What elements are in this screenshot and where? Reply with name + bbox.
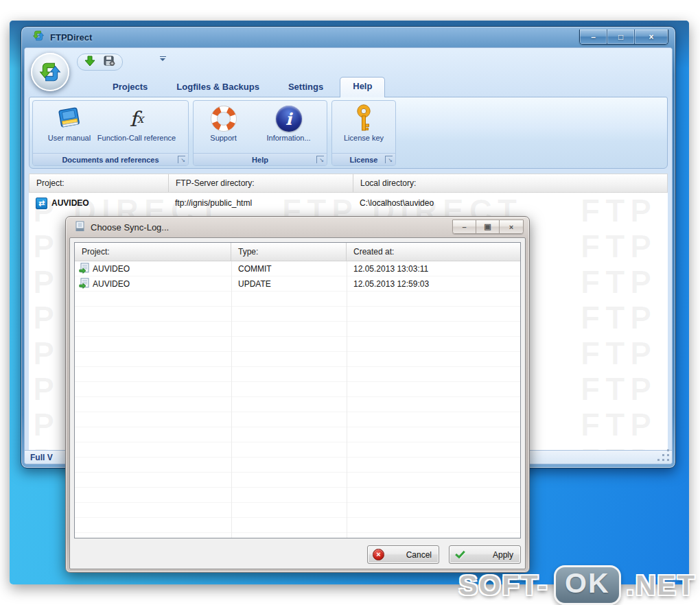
information-button[interactable]: i Information... [253, 104, 324, 143]
tab-settings[interactable]: Settings [276, 78, 336, 97]
tab-projects[interactable]: Projects [100, 78, 160, 97]
dialog-maximize-button[interactable]: ▣ [476, 220, 500, 233]
info-icon: i [276, 104, 302, 134]
sync-log-row-commit[interactable]: AUVIDEO COMMIT 12.05.2013 13:03:11 [75, 261, 520, 276]
ribbon-item-label: License key [344, 134, 384, 143]
dialog-launcher-icon[interactable]: ↘ [316, 156, 324, 163]
ribbon-item-label: Function-Call reference [97, 134, 176, 143]
log-project: AUVIDEO [93, 264, 130, 274]
key-icon [356, 104, 371, 134]
ribbon-group-help: Support i Information... Help ↘ [193, 100, 327, 166]
tab-help[interactable]: Help [340, 77, 385, 97]
project-server-dir: ftp://ignis/public_html [168, 198, 353, 208]
log-type: COMMIT [231, 264, 347, 274]
apply-label: Apply [493, 550, 513, 560]
watermark-prefix: SOFT- [458, 569, 548, 602]
maximize-icon: ▣ [484, 222, 491, 231]
group-caption-label: Help [252, 156, 268, 164]
ribbon-item-label: User manual [48, 134, 91, 143]
minimize-icon: – [462, 223, 466, 231]
dialog-minimize-button[interactable]: – [453, 220, 476, 233]
log-created-at: 12.05.2013 12:59:03 [347, 279, 520, 289]
maximize-button[interactable]: □ [607, 29, 635, 44]
dialog-launcher-icon[interactable]: ↘ [385, 156, 393, 163]
column-header-created-at[interactable]: Created at: [347, 243, 520, 261]
column-header-project[interactable]: Project: [75, 243, 231, 261]
group-caption-label: Documents and references [62, 156, 159, 164]
column-divider [231, 261, 232, 538]
column-header-type[interactable]: Type: [231, 243, 347, 261]
download-icon[interactable] [84, 56, 95, 69]
app-icon [32, 29, 45, 45]
project-name: AUVIDEO [51, 198, 89, 208]
dialog-titlebar: Choose Sync-Log... – ▣ × [69, 217, 526, 237]
sync-log-row-update[interactable]: AUVIDEO UPDATE 12.05.2013 12:59:03 [75, 276, 520, 292]
ribbon-tab-row: Projects Logfiles & Backups Settings Hel… [100, 78, 385, 97]
application-orb-button[interactable] [31, 53, 69, 91]
ribbon-group-license: License key License ↘ [331, 100, 396, 166]
project-sync-icon: ⇄ [36, 198, 47, 209]
cancel-icon: × [373, 549, 384, 560]
main-titlebar: FTPDirect – □ × [24, 27, 673, 47]
column-divider [347, 261, 347, 538]
dialog-button-bar: × Cancel Apply [74, 538, 521, 565]
minimize-icon: – [591, 32, 596, 42]
log-type: UPDATE [231, 279, 347, 289]
dropdown-bar [160, 56, 166, 57]
chevron-down-icon [160, 58, 165, 61]
project-local-dir: C:\localhost\auvideo [353, 198, 668, 208]
log-created-at: 12.05.2013 13:03:11 [347, 264, 520, 274]
license-key-button[interactable]: License key [335, 104, 393, 143]
column-header-project[interactable]: Project: [30, 174, 169, 192]
close-icon: × [649, 32, 653, 42]
tab-label: Help [353, 81, 372, 91]
book-icon [56, 104, 83, 134]
choose-sync-log-dialog: Choose Sync-Log... – ▣ × Project: Type: … [65, 216, 530, 573]
log-entry-icon [79, 263, 90, 276]
screenshot-page: FTPDirect – □ × [0, 0, 700, 605]
tab-label: Settings [288, 82, 323, 92]
cancel-label: Cancel [406, 550, 432, 560]
tab-logfiles-backups[interactable]: Logfiles & Backups [164, 78, 272, 97]
close-button[interactable]: × [635, 29, 668, 44]
sync-logo-icon [38, 60, 62, 84]
apply-button[interactable]: Apply [449, 545, 521, 564]
column-header-local-directory[interactable]: Local directory: [353, 174, 667, 192]
main-window-controls: – □ × [579, 29, 668, 45]
dialog-window-controls: – ▣ × [452, 220, 524, 234]
project-list-header: Project: FTP-Server directory: Local dir… [29, 174, 668, 193]
project-row-auvideo[interactable]: ⇄ AUVIDEO ftp://ignis/public_html C:\loc… [29, 194, 668, 212]
support-button[interactable]: Support [196, 104, 250, 143]
ribbon-item-label: Support [210, 134, 237, 143]
group-caption-label: License [350, 156, 378, 164]
status-text: Full V [30, 453, 53, 462]
soft-ok-net-watermark: SOFT-OK.NET [458, 565, 696, 605]
ribbon-group-documents: User manual fx Function-Call reference D… [32, 100, 189, 166]
log-project: AUVIDEO [93, 279, 130, 289]
save-settings-icon[interactable] [104, 56, 115, 69]
watermark-suffix: .NET [627, 569, 696, 602]
user-manual-button[interactable]: User manual [45, 104, 94, 143]
log-entry-icon [79, 278, 90, 291]
function-call-reference-button[interactable]: fx Function-Call reference [97, 104, 176, 143]
quick-access-toolbar [77, 54, 123, 71]
window-title: FTPDirect [50, 32, 92, 43]
resize-grip[interactable] [658, 450, 669, 461]
tab-label: Projects [113, 82, 148, 92]
sync-log-header: Project: Type: Created at: [75, 243, 520, 261]
fx-icon: fx [130, 104, 144, 134]
column-header-server-directory[interactable]: FTP-Server directory: [169, 174, 353, 192]
minimize-button[interactable]: – [580, 29, 607, 44]
lifebuoy-icon [210, 104, 237, 134]
quick-access-dropdown[interactable] [158, 56, 167, 61]
ribbon-panel: User manual fx Function-Call reference D… [29, 97, 668, 169]
sync-log-list: Project: Type: Created at: [74, 242, 521, 538]
close-icon: × [509, 223, 513, 231]
dialog-launcher-icon[interactable]: ↘ [178, 156, 185, 163]
dialog-close-button[interactable]: × [500, 220, 523, 233]
group-caption-help: Help ↘ [194, 153, 327, 165]
dialog-client-area: Project: Type: Created at: [69, 237, 526, 569]
group-caption-documents: Documents and references ↘ [33, 153, 188, 165]
dialog-title: Choose Sync-Log... [91, 222, 169, 233]
cancel-button[interactable]: × Cancel [367, 545, 439, 564]
